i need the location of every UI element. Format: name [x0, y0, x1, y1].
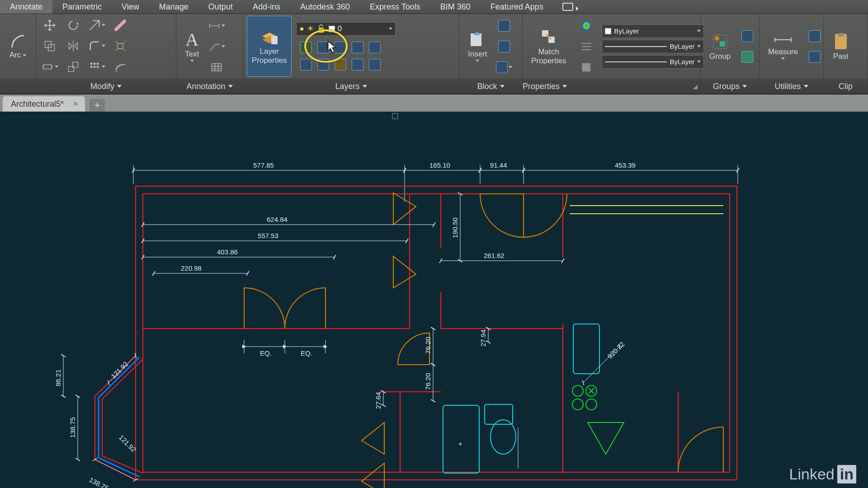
- rotate-icon[interactable]: [63, 16, 83, 34]
- match-label: Match Properties: [531, 47, 566, 66]
- panel-clip-title[interactable]: Clip: [839, 82, 853, 91]
- dim-261: 261.62: [484, 252, 505, 259]
- dim-138a: 138.75: [69, 417, 76, 438]
- panel-annotation: A Text Annotation: [176, 14, 243, 94]
- scale-icon[interactable]: [63, 58, 83, 76]
- tab-annotate[interactable]: Annotate: [0, 0, 52, 14]
- lineweight-icon[interactable]: [576, 38, 596, 56]
- dim-86: 86.21: [54, 369, 62, 386]
- drawing-canvas[interactable]: 577.85 165.10 91.44 453.39 +: [0, 112, 868, 488]
- edit-attrib-icon[interactable]: [494, 58, 514, 76]
- dim-eq2: EQ.: [301, 349, 312, 357]
- insert-button[interactable]: Insert: [463, 16, 492, 77]
- svg-rect-68: [392, 113, 398, 119]
- tab-featured[interactable]: Featured Apps: [481, 0, 553, 14]
- panel-utilities: Measure Utilities: [760, 14, 824, 94]
- panel-layers-title[interactable]: Layers: [335, 82, 359, 91]
- quick-calc-icon[interactable]: [805, 48, 825, 66]
- new-tab-button[interactable]: +: [90, 99, 105, 112]
- svg-rect-15: [471, 33, 481, 46]
- tab-view[interactable]: View: [112, 0, 149, 14]
- dim-165: 165.10: [429, 161, 450, 169]
- trim-icon[interactable]: [87, 16, 107, 34]
- dimension-icon[interactable]: [207, 17, 226, 35]
- panel-props-title[interactable]: Properties: [523, 82, 560, 91]
- tab-express[interactable]: Express Tools: [360, 0, 430, 14]
- panel-properties: Match Properties ByLayer ByLayer ByLayer…: [523, 14, 701, 94]
- group-button[interactable]: Group: [704, 16, 736, 77]
- transparency-icon[interactable]: [576, 58, 596, 76]
- tab-addins[interactable]: Add-ins: [243, 0, 290, 14]
- layer-properties-button[interactable]: Layer Properties: [247, 16, 292, 77]
- svg-point-8: [94, 62, 96, 65]
- tub-drain-icon: +: [458, 440, 462, 447]
- tab-output[interactable]: Output: [198, 0, 243, 14]
- linetype-dropdown[interactable]: ByLayer: [602, 55, 704, 69]
- lineweight-dropdown[interactable]: ByLayer: [602, 40, 704, 53]
- arc-button[interactable]: Arc: [5, 16, 32, 77]
- panel-groups-title[interactable]: Groups: [713, 82, 740, 91]
- watermark: Linked in: [789, 465, 856, 483]
- svg-point-11: [94, 66, 96, 68]
- document-tab[interactable]: Architectural5* ✕: [3, 96, 85, 112]
- color-control-icon[interactable]: [576, 17, 596, 35]
- leader-icon[interactable]: [207, 38, 226, 56]
- lt-bylayer: ByLayer: [670, 58, 694, 66]
- move-icon[interactable]: [40, 16, 60, 34]
- panel-annot-title[interactable]: Annotation: [186, 82, 225, 91]
- match-properties-button[interactable]: Match Properties: [526, 16, 571, 77]
- svg-rect-22: [720, 41, 725, 47]
- layer-lock-icon[interactable]: [365, 38, 385, 56]
- insert-label: Insert: [468, 50, 487, 59]
- screencast-icon[interactable]: [562, 3, 573, 11]
- bulb-icon: ●: [299, 24, 304, 33]
- panel-modify-title[interactable]: Modify: [90, 82, 114, 91]
- measure-label: Measure: [768, 47, 798, 56]
- copy-icon[interactable]: [40, 37, 60, 55]
- document-tab-label: Architectural5*: [11, 99, 64, 109]
- close-icon[interactable]: ✕: [73, 100, 79, 108]
- tab-parametric[interactable]: Parametric: [52, 0, 112, 14]
- svg-point-41: [572, 399, 583, 410]
- edit-block-icon[interactable]: [494, 38, 514, 56]
- arc-label: Arc: [9, 51, 21, 60]
- erase-icon[interactable]: [110, 16, 130, 34]
- ribbon-tab-strip: Annotate Parametric View Manage Output A…: [0, 0, 868, 14]
- svg-point-21: [715, 36, 719, 41]
- group-edit-icon[interactable]: [737, 48, 757, 66]
- dim-920: 920.32: [606, 340, 626, 360]
- paste-button[interactable]: Past: [827, 16, 854, 77]
- svg-point-18: [582, 21, 591, 30]
- fillet-icon[interactable]: [87, 37, 107, 55]
- stretch-icon[interactable]: [40, 58, 60, 76]
- lw-bylayer: ByLayer: [670, 42, 694, 50]
- measure-button[interactable]: Measure: [763, 16, 803, 77]
- svg-rect-3: [118, 43, 123, 49]
- sun-icon: ☀: [307, 24, 314, 33]
- dim-91: 91.44: [490, 161, 507, 169]
- panel-block-title[interactable]: Block: [477, 82, 497, 91]
- document-tab-row: Architectural5* ✕ +: [0, 94, 868, 112]
- text-button[interactable]: A Text: [180, 16, 204, 77]
- ungroup-icon[interactable]: [737, 27, 757, 45]
- tab-a360[interactable]: Autodesk 360: [290, 0, 360, 14]
- paste-label: Past: [833, 52, 849, 61]
- tab-manage[interactable]: Manage: [149, 0, 198, 14]
- explode-icon[interactable]: [110, 37, 130, 55]
- offset-icon[interactable]: [110, 58, 130, 76]
- svg-point-39: [572, 385, 583, 396]
- select-all-icon[interactable]: [805, 27, 825, 45]
- array-icon[interactable]: [87, 58, 107, 76]
- svg-rect-38: [573, 324, 599, 374]
- table-icon[interactable]: [207, 58, 226, 76]
- dim-76a: 76.20: [424, 337, 432, 354]
- panel-clipboard: Past Clip: [824, 14, 868, 94]
- color-dropdown[interactable]: ByLayer: [602, 24, 704, 38]
- svg-line-67: [95, 460, 136, 480]
- panel-util-title[interactable]: Utilities: [774, 82, 801, 91]
- tab-bim360[interactable]: BIM 360: [430, 0, 481, 14]
- dim-403: 403.86: [217, 248, 238, 256]
- create-block-icon[interactable]: [494, 17, 514, 35]
- mirror-icon[interactable]: [63, 37, 83, 55]
- layer-states-icon[interactable]: [365, 56, 385, 74]
